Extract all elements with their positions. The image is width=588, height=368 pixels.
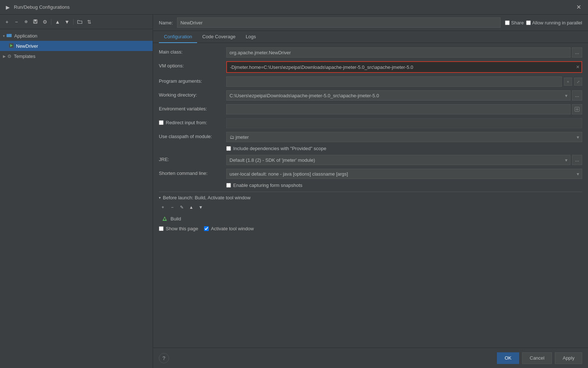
folder-button[interactable] bbox=[76, 18, 84, 26]
show-page-label[interactable]: Show this page bbox=[159, 226, 198, 231]
ok-button[interactable]: OK bbox=[497, 352, 519, 364]
help-button[interactable]: ? bbox=[159, 353, 169, 363]
shorten-cmd-control: user-local default: none - java [options… bbox=[226, 169, 582, 179]
snapshots-checkbox[interactable] bbox=[226, 183, 231, 188]
name-row: Name: Share Allow running in parallel bbox=[153, 15, 588, 31]
main-class-control: … bbox=[226, 47, 582, 58]
move-down-button[interactable]: ▼ bbox=[63, 18, 71, 26]
svg-rect-1 bbox=[34, 20, 36, 21]
sort-button[interactable]: ⇅ bbox=[85, 18, 93, 26]
jre-select[interactable]: Default (1.8 (2) - SDK of 'jmeter' modul… bbox=[226, 155, 571, 165]
redirect-input[interactable] bbox=[226, 118, 582, 128]
bl-edit-button[interactable]: ✎ bbox=[178, 203, 186, 211]
env-vars-control bbox=[226, 104, 582, 114]
toolbar-divider-2 bbox=[73, 19, 74, 25]
redirect-control bbox=[226, 118, 582, 128]
bl-add-button[interactable]: + bbox=[159, 203, 167, 211]
cancel-button[interactable]: Cancel bbox=[522, 352, 552, 364]
allow-parallel-checkbox[interactable] bbox=[526, 20, 531, 25]
activate-tool-window-label[interactable]: Activate tool window bbox=[204, 226, 254, 231]
tree-application-item[interactable]: ▾ Application bbox=[0, 31, 153, 41]
share-checkbox[interactable] bbox=[505, 20, 510, 25]
jre-browse-button[interactable]: … bbox=[572, 155, 582, 165]
add-button[interactable]: + bbox=[3, 18, 11, 26]
vm-clear-button[interactable]: ✕ bbox=[574, 62, 581, 72]
main-class-input[interactable] bbox=[226, 47, 571, 58]
bottom-checks: Show this page Activate tool window bbox=[159, 223, 582, 234]
jre-control: Default (1.8 (2) - SDK of 'jmeter' modul… bbox=[226, 155, 582, 165]
save-button[interactable] bbox=[31, 18, 39, 26]
templates-icon: ⚙ bbox=[7, 54, 12, 59]
vm-options-row: VM options: ✕ bbox=[159, 61, 582, 73]
redirect-label-text: Redirect input from: bbox=[166, 120, 207, 125]
run-config-icon bbox=[9, 43, 14, 49]
build-icon bbox=[162, 216, 168, 222]
shorten-cmd-row: Shorten command line: user-local default… bbox=[159, 169, 582, 179]
before-launch-section: ▾ Before launch: Build, Activate tool wi… bbox=[159, 192, 582, 234]
settings-button[interactable]: ⚙ bbox=[41, 18, 49, 26]
bottom-left: ? bbox=[159, 353, 169, 363]
working-dir-label: Working directory: bbox=[159, 90, 226, 98]
copy-button[interactable]: ⊕ bbox=[22, 18, 30, 26]
shorten-cmd-select[interactable]: user-local default: none - java [options… bbox=[226, 169, 582, 179]
bottom-right: OK Cancel Apply bbox=[497, 352, 582, 364]
working-dir-control: C:\Users\ezpeipa\Downloads\apache-jmeter… bbox=[226, 90, 582, 101]
env-vars-input[interactable] bbox=[226, 104, 571, 114]
working-dir-browse-button[interactable]: … bbox=[572, 90, 582, 101]
tab-configuration[interactable]: Configuration bbox=[159, 31, 197, 43]
classpath-module-row: Use classpath of module: 🗂 jmeter bbox=[159, 132, 582, 142]
snapshots-label[interactable]: Enable capturing form snapshots bbox=[226, 183, 302, 188]
snapshots-text: Enable capturing form snapshots bbox=[233, 183, 302, 188]
templates-label: Templates bbox=[14, 54, 35, 59]
working-dir-select[interactable]: C:\Users\ezpeipa\Downloads\apache-jmeter… bbox=[226, 90, 571, 101]
close-button[interactable]: ✕ bbox=[573, 2, 584, 12]
before-launch-toolbar: + − ✎ ▲ ▼ bbox=[159, 203, 582, 211]
main-content: + − ⊕ ⚙ ▲ ▼ ⇅ ▾ Application bbox=[0, 15, 588, 368]
include-deps-checkbox[interactable] bbox=[226, 146, 231, 151]
name-input[interactable] bbox=[177, 17, 501, 28]
application-folder-icon bbox=[6, 32, 12, 39]
bl-up-button[interactable]: ▲ bbox=[187, 203, 195, 211]
show-page-checkbox[interactable] bbox=[159, 226, 164, 231]
snapshots-row: Enable capturing form snapshots bbox=[159, 183, 582, 188]
include-deps-row: Include dependencies with "Provided" sco… bbox=[159, 146, 582, 151]
classpath-select-wrapper: 🗂 jmeter bbox=[226, 132, 582, 142]
redirect-label-area: Redirect input from: bbox=[159, 118, 226, 125]
include-deps-label[interactable]: Include dependencies with "Provided" sco… bbox=[226, 146, 326, 151]
expand-args-button[interactable]: + bbox=[564, 78, 572, 86]
program-args-label: Program arguments: bbox=[159, 77, 226, 84]
working-dir-row: Working directory: C:\Users\ezpeipa\Down… bbox=[159, 90, 582, 101]
svg-rect-8 bbox=[164, 218, 165, 220]
tree-templates-item[interactable]: ▶ ⚙ Templates bbox=[0, 51, 153, 61]
env-vars-browse-button[interactable] bbox=[572, 104, 582, 114]
tab-logs[interactable]: Logs bbox=[240, 31, 261, 43]
move-up-button[interactable]: ▲ bbox=[54, 18, 62, 26]
tree-newdriver-item[interactable]: NewDriver bbox=[0, 41, 153, 51]
bl-remove-button[interactable]: − bbox=[168, 203, 176, 211]
include-deps-text: Include dependencies with "Provided" sco… bbox=[233, 146, 326, 151]
allow-parallel-text: Allow running in parallel bbox=[532, 20, 582, 26]
program-args-control: + ⤢ bbox=[226, 77, 582, 87]
tabs-bar: Configuration Code Coverage Logs bbox=[153, 31, 588, 43]
classpath-label: Use classpath of module: bbox=[159, 132, 226, 139]
program-args-input[interactable] bbox=[226, 77, 562, 87]
vm-options-input[interactable] bbox=[227, 62, 574, 72]
title-bar: ▶ Run/Debug Configurations ✕ bbox=[0, 0, 588, 15]
main-class-browse-button[interactable]: … bbox=[572, 47, 582, 58]
apply-button[interactable]: Apply bbox=[555, 352, 582, 364]
expand-args-fullscreen-button[interactable]: ⤢ bbox=[574, 78, 582, 86]
activate-tool-window-checkbox[interactable] bbox=[204, 226, 209, 231]
vm-options-label: VM options: bbox=[159, 61, 226, 68]
window-icon: ▶ bbox=[4, 4, 11, 11]
allow-parallel-label[interactable]: Allow running in parallel bbox=[526, 20, 582, 26]
classpath-module-select[interactable]: 🗂 jmeter bbox=[226, 132, 582, 142]
redirect-input-row: Redirect input from: bbox=[159, 118, 582, 128]
share-checkbox-label[interactable]: Share bbox=[505, 20, 524, 26]
remove-button[interactable]: − bbox=[12, 18, 20, 26]
redirect-checkbox[interactable] bbox=[159, 120, 164, 125]
working-dir-select-wrapper: C:\Users\ezpeipa\Downloads\apache-jmeter… bbox=[226, 90, 571, 101]
window-title: Run/Debug Configurations bbox=[14, 4, 573, 10]
bl-down-button[interactable]: ▼ bbox=[197, 203, 205, 211]
left-panel: + − ⊕ ⚙ ▲ ▼ ⇅ ▾ Application bbox=[0, 15, 153, 368]
tab-code-coverage[interactable]: Code Coverage bbox=[197, 31, 240, 43]
